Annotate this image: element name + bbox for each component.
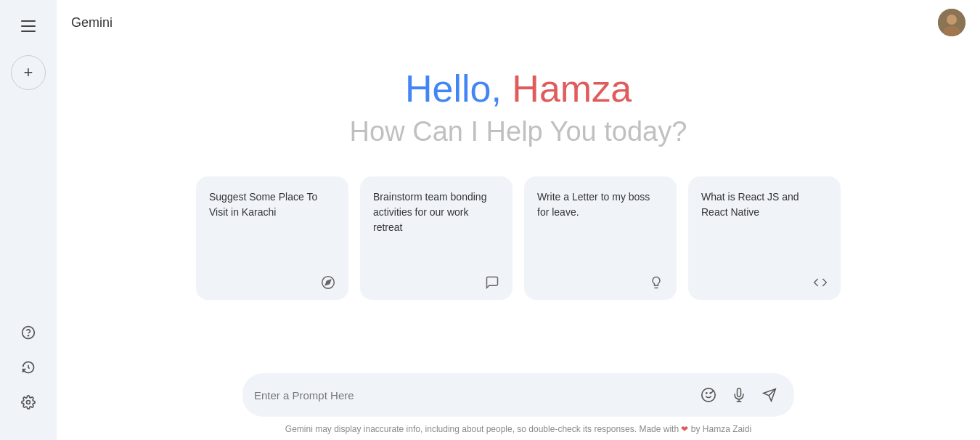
suggestion-card-1[interactable]: Suggest Some Place To Visit in Karachi — [196, 176, 348, 300]
emoji-button[interactable] — [695, 382, 722, 408]
hero-title: Hello, Hamza — [71, 67, 965, 110]
code-icon — [813, 275, 828, 290]
compass-icon — [321, 275, 335, 290]
microphone-button[interactable] — [726, 382, 752, 408]
card-1-text: Suggest Some Place To Visit in Karachi — [209, 190, 335, 275]
card-3-text: Write a Letter to my boss for leave. — [537, 190, 663, 275]
hamburger-line-2 — [21, 25, 36, 27]
suggestion-card-2[interactable]: Brainstorm team bonding activities for o… — [360, 176, 513, 300]
footer-text: Gemini may display inaccurate info, incl… — [285, 424, 679, 434]
suggestion-card-4[interactable]: What is React JS and React Native — [688, 176, 841, 300]
hamburger-line-1 — [21, 20, 36, 22]
footer-by: by Hamza Zaidi — [691, 424, 751, 434]
avatar-image — [938, 9, 965, 36]
sidebar-bottom — [14, 318, 43, 428]
input-bar — [242, 373, 794, 417]
card-4-text: What is React JS and React Native — [701, 190, 828, 275]
history-icon — [21, 360, 36, 375]
svg-point-2 — [27, 401, 30, 404]
hero-greeting-name: Hamza — [512, 68, 632, 110]
avatar[interactable] — [938, 9, 965, 36]
suggestion-cards: Suggest Some Place To Visit in Karachi B… — [57, 162, 980, 314]
svg-point-4 — [947, 15, 957, 25]
prompt-input[interactable] — [254, 389, 690, 402]
history-button[interactable] — [14, 353, 43, 382]
card-2-icon — [373, 275, 499, 290]
hamburger-menu-button[interactable] — [14, 12, 43, 41]
hero-greeting-hello: Hello, — [405, 68, 512, 110]
card-4-icon — [701, 275, 828, 290]
chat-icon — [485, 275, 499, 290]
svg-point-8 — [702, 388, 715, 402]
card-1-icon — [209, 275, 335, 290]
microphone-icon — [732, 388, 746, 402]
settings-icon — [21, 395, 36, 410]
hero-subtitle: How Can I Help You today? — [71, 116, 965, 147]
help-icon — [21, 325, 36, 340]
topbar: Gemini — [57, 0, 980, 45]
card-2-text: Brainstorm team bonding activities for o… — [373, 190, 499, 275]
main-content: Gemini Hello, Hamza How Can I Help You t… — [57, 0, 980, 440]
sidebar-top: + — [11, 12, 46, 318]
emoji-icon — [701, 387, 716, 403]
help-button[interactable] — [14, 318, 43, 347]
lightbulb-icon — [649, 275, 663, 290]
suggestion-card-3[interactable]: Write a Letter to my boss for leave. — [524, 176, 677, 300]
hamburger-line-3 — [21, 30, 36, 32]
card-3-icon — [537, 275, 663, 290]
footer: Gemini may display inaccurate info, incl… — [285, 424, 751, 434]
sidebar: + — [0, 0, 57, 440]
send-icon — [762, 388, 777, 402]
footer-heart: ❤ — [681, 424, 688, 434]
send-button[interactable] — [756, 382, 783, 408]
new-chat-button[interactable]: + — [11, 55, 46, 90]
settings-button[interactable] — [14, 388, 43, 417]
svg-marker-7 — [325, 280, 330, 285]
input-actions — [695, 382, 783, 408]
app-title: Gemini — [71, 15, 113, 30]
hero-section: Hello, Hamza How Can I Help You today? — [57, 45, 980, 162]
